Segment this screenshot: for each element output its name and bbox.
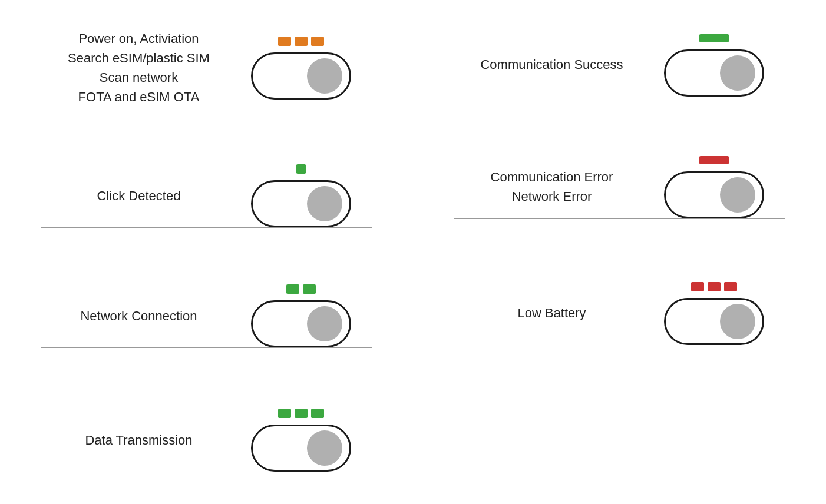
section-data-transmission: Data Transmission [0, 376, 413, 504]
toggle-switch-network[interactable] [251, 300, 351, 347]
section-content-comm-error: Communication Error Network Error [413, 155, 826, 218]
toggle-area-comm-success [664, 33, 764, 97]
toggle-area-data [251, 408, 351, 472]
toggle-knob-comm-success [720, 55, 755, 91]
label-click-detected: Click Detected [62, 186, 216, 205]
label-network-connection: Network Connection [62, 306, 216, 326]
section-network-connection: Network Connection [0, 256, 413, 376]
divider-2 [41, 227, 372, 228]
toggle-area-click [251, 164, 351, 227]
toggle-area-comm-error [664, 155, 764, 218]
indicator-dot-net-1 [286, 284, 299, 294]
toggle-knob-click [307, 186, 342, 221]
divider-3 [41, 347, 372, 348]
toggle-switch-comm-success[interactable] [664, 49, 764, 97]
indicator-row-click [296, 164, 306, 174]
indicator-dot-net-2 [303, 284, 316, 294]
label-comm-error: Communication Error Network Error [475, 167, 629, 206]
toggle-switch-comm-error[interactable] [664, 171, 764, 218]
label-data-transmission: Data Transmission [62, 430, 216, 450]
indicator-dot-data-1 [278, 409, 291, 418]
toggle-area-network [251, 284, 351, 347]
toggle-knob-low-battery [720, 304, 755, 339]
left-column: Power on, Activiation Search eSIM/plasti… [0, 0, 413, 504]
toggle-knob-power [307, 58, 342, 94]
toggle-area-low-battery [664, 281, 764, 345]
indicator-dot-1 [278, 37, 291, 46]
toggle-knob-comm-error [720, 177, 755, 213]
label-low-battery: Low Battery [475, 303, 629, 323]
section-content-comm-success: Communication Success [413, 33, 826, 97]
indicator-wide-green [699, 34, 729, 42]
indicator-dot-bat-1 [691, 282, 704, 291]
section-power-activation: Power on, Activiation Search eSIM/plasti… [0, 0, 413, 136]
indicator-row-data [278, 408, 324, 419]
indicator-dot-bat-3 [724, 282, 737, 291]
divider-1 [41, 107, 372, 107]
indicator-dot-3 [311, 37, 324, 46]
toggle-switch-data[interactable] [251, 425, 351, 472]
indicator-row-low-battery [691, 281, 737, 292]
divider-right-1 [454, 97, 785, 97]
toggle-area-power [251, 36, 351, 100]
right-column: Communication Success Communication Erro… [413, 0, 826, 504]
indicator-dot-bat-2 [708, 282, 721, 291]
indicator-row-network [286, 284, 316, 294]
indicator-row-power [278, 36, 324, 47]
label-power-activation: Power on, Activiation Search eSIM/plasti… [62, 29, 216, 107]
divider-right-2 [454, 218, 785, 219]
label-comm-success: Communication Success [475, 55, 629, 74]
section-content-network: Network Connection [0, 284, 413, 347]
section-click-detected: Click Detected [0, 136, 413, 256]
section-content-data: Data Transmission [0, 408, 413, 472]
section-comm-success: Communication Success [413, 0, 826, 130]
indicator-dot-data-2 [295, 409, 308, 418]
section-content-click: Click Detected [0, 164, 413, 227]
toggle-switch-power[interactable] [251, 52, 351, 100]
section-comm-error: Communication Error Network Error [413, 130, 826, 244]
toggle-switch-click[interactable] [251, 180, 351, 227]
toggle-knob-network [307, 306, 342, 341]
section-low-battery: Low Battery [413, 244, 826, 382]
toggle-knob-data [307, 430, 342, 466]
indicator-dot-click [296, 164, 306, 174]
indicator-row-comm-error [699, 155, 729, 165]
indicator-dot-data-3 [311, 409, 324, 418]
indicator-dot-2 [295, 37, 308, 46]
section-content: Power on, Activiation Search eSIM/plasti… [0, 29, 413, 107]
indicator-wide-red [699, 156, 729, 164]
toggle-switch-low-battery[interactable] [664, 298, 764, 345]
section-content-low-battery: Low Battery [413, 281, 826, 345]
indicator-row-comm-success [699, 33, 729, 44]
